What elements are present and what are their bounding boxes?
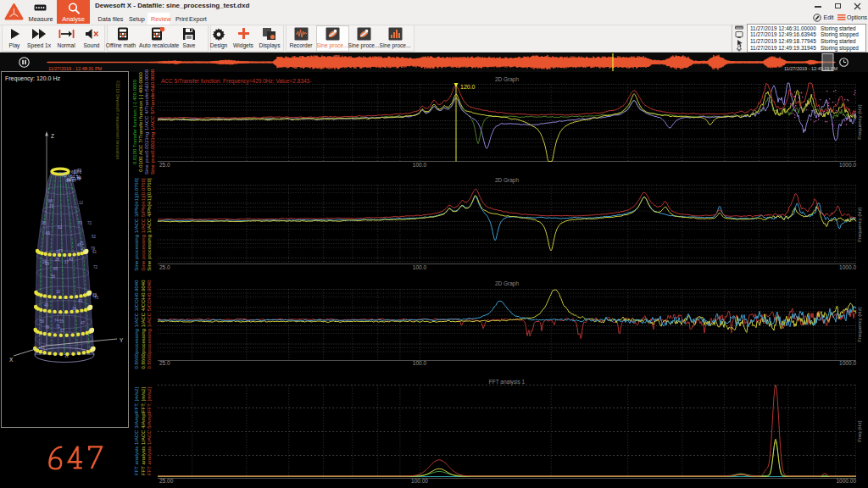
svg-text:1000.0: 1000.0 <box>839 360 856 366</box>
svg-text:100.0: 100.0 <box>413 162 427 168</box>
svg-text:0.0100 ACC 7/Transfer function: 0.0100 ACC 7/Transfer function [-] 400.0… <box>138 72 143 172</box>
svg-text:25.0: 25.0 <box>159 360 170 366</box>
svg-text:Frequency (Hz): Frequency (Hz) <box>857 207 862 241</box>
svg-text:25.0: 25.0 <box>159 264 170 270</box>
svg-text:Frequency (Hz): Frequency (Hz) <box>857 307 862 341</box>
svg-text:0.8660processing 1/ACC 4/COH0.: 0.8660processing 1/ACC 4/COH0.9040 <box>141 280 146 369</box>
svg-text:Sine processing 1/ACC 5/Ph(H1): Sine processing 1/ACC 5/Ph(H1)[0.0760] <box>141 178 146 271</box>
svg-text:25.00: 25.00 <box>159 478 174 484</box>
svg-text:25.0: 25.0 <box>159 162 170 168</box>
svg-text:FFT analysis 1: FFT analysis 1 <box>489 379 526 385</box>
svg-text:0.0100 Transfer function; [-]: 0.0100 Transfer function; [-] 400.0000 <box>132 79 137 164</box>
svg-text:100.00: 100.00 <box>411 478 428 484</box>
svg-text:120.0: 120.0 <box>460 84 476 90</box>
svg-text:0.8660processing 1/ACC 5/COH0.: 0.8660processing 1/ACC 5/COH0.9040 <box>147 280 152 369</box>
svg-text:2D Graph: 2D Graph <box>495 76 520 83</box>
svg-text:1000.0: 1000.0 <box>839 264 856 270</box>
svg-text:100.0: 100.0 <box>413 360 427 366</box>
svg-text:Sine proc0.0023ng 1/ACC 4/Tran: Sine proc0.0023ng 1/ACC 4/Transfer5&0.00… <box>144 69 149 175</box>
svg-text:FFT analysis 1/ACC 4/AmplFFT;: FFT analysis 1/ACC 4/AmplFFT; [m/s2] <box>141 387 146 475</box>
svg-text:FFT analysis 1/ACC 3/AmplFFT;: FFT analysis 1/ACC 3/AmplFFT; [m/s2] <box>134 387 139 475</box>
svg-text:ACC 5/Transfer function: Frequ: ACC 5/Transfer function: Frequency=429.0… <box>161 78 311 85</box>
svg-text:Freq (Hz): Freq (Hz) <box>857 420 862 441</box>
svg-text:1000.0: 1000.0 <box>839 162 856 168</box>
svg-text:1000.00: 1000.00 <box>837 478 857 484</box>
svg-text:2D Graph: 2D Graph <box>495 280 520 287</box>
svg-text:Frequency (Hz): Frequency (Hz) <box>857 104 862 139</box>
svg-text:Sine proc0.0023ng 1/ACC 5/Tran: Sine proc0.0023ng 1/ACC 5/Transfer5&0.00… <box>150 69 155 175</box>
svg-text:0.8660processing 1/ACC 3/COH0.: 0.8660processing 1/ACC 3/COH0.9040 <box>134 280 139 369</box>
svg-text:Sine processing 1/ACC 3/Ph(H1): Sine processing 1/ACC 3/Ph(H1)[0.0760] <box>134 178 139 271</box>
svg-text:Sine processing 1/ACC 4/Ph(H1): Sine processing 1/ACC 4/Ph(H1)[0.0760] <box>147 178 152 271</box>
svg-text:100.0: 100.0 <box>413 264 427 270</box>
svg-text:2D Graph: 2D Graph <box>495 177 520 184</box>
svg-text:FFT analysis 1/ACC 5/AmplFFT;: FFT analysis 1/ACC 5/AmplFFT; [m/s2] <box>147 387 152 475</box>
